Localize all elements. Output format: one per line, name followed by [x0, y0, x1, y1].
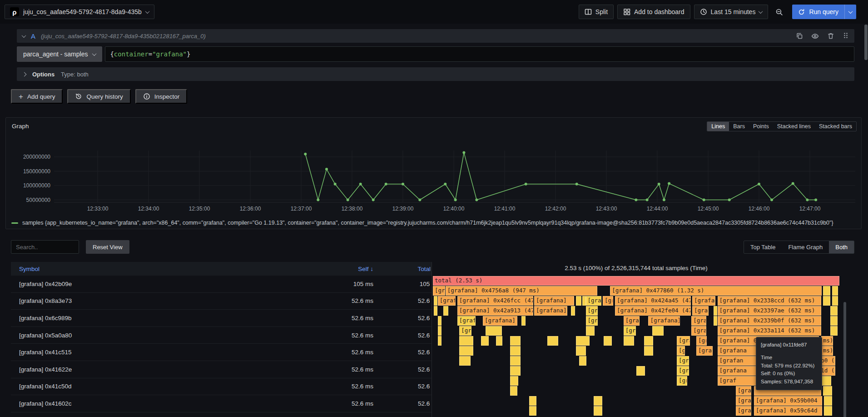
- flame-block[interactable]: [714, 306, 717, 316]
- flame-block[interactable]: [graf: [677, 366, 689, 376]
- flame-scrollbar[interactable]: [843, 302, 846, 417]
- view-option-flame-graph[interactable]: Flame Graph: [782, 241, 829, 253]
- table-row[interactable]: [grafana] 0x6c989b52.6 ms52.6 ms: [11, 310, 432, 327]
- query-expression-input[interactable]: {container="grafana"}: [105, 46, 854, 62]
- graph-mode-stacked-bars[interactable]: Stacked bars: [815, 122, 856, 131]
- flame-block[interactable]: [graf: [691, 326, 706, 336]
- flame-block[interactable]: [459, 346, 473, 356]
- flame-block[interactable]: [443, 306, 448, 316]
- page-scrollbar[interactable]: [864, 0, 868, 417]
- flame-block[interactable]: [graf: [736, 386, 751, 396]
- add-to-dashboard-button[interactable]: Add to dashboard: [617, 5, 690, 19]
- flame-block[interactable]: [510, 386, 517, 396]
- flame-block[interactable]: [grafana] 0x23397ae (632 ms): [718, 306, 821, 316]
- datasource-picker[interactable]: ρ juju_cos_aafae549-5792-4817-8da9-435b: [5, 5, 154, 19]
- graph-mode-points[interactable]: Points: [749, 122, 773, 131]
- flame-block[interactable]: [510, 336, 521, 346]
- flame-block[interactable]: [604, 336, 612, 346]
- flame-block[interactable]: [576, 346, 586, 356]
- flame-block[interactable]: [graf: [624, 316, 640, 326]
- column-header-symbol[interactable]: Symbol: [11, 266, 301, 272]
- flame-block[interactable]: [graf: [457, 316, 476, 326]
- table-row[interactable]: [grafana] 0x41622e52.6 ms52.6 ms: [11, 361, 432, 378]
- flame-block[interactable]: [576, 296, 581, 306]
- flame-block[interactable]: [652, 326, 664, 336]
- table-row[interactable]: [grafana] 0x41602c52.6 ms52.6 ms: [11, 395, 432, 412]
- flame-block[interactable]: [576, 336, 590, 346]
- flame-block[interactable]: [459, 336, 473, 346]
- graph-mode-lines[interactable]: Lines: [707, 122, 729, 131]
- table-row[interactable]: [grafana] 0x41c50d52.6 ms52.6 ms: [11, 378, 432, 396]
- flame-block[interactable]: ms): [821, 336, 833, 346]
- reset-view-button[interactable]: Reset View: [86, 240, 129, 254]
- drag-handle-icon[interactable]: [843, 32, 849, 40]
- delete-query-trash-icon[interactable]: [827, 32, 834, 40]
- flame-block[interactable]: [graf: [438, 296, 456, 306]
- flame-block[interactable]: [594, 396, 603, 406]
- flame-block[interactable]: [graf: [603, 296, 613, 306]
- flame-block[interactable]: [824, 396, 832, 406]
- flame-block[interactable]: [830, 316, 838, 326]
- time-range-picker[interactable]: Last 15 minutes: [694, 5, 769, 19]
- flame-block[interactable]: [438, 316, 441, 326]
- search-input[interactable]: [11, 240, 79, 254]
- collapse-query-icon[interactable]: [22, 33, 26, 38]
- duplicate-query-icon[interactable]: [796, 32, 803, 40]
- flame-block[interactable]: [644, 336, 653, 346]
- page-scrollbar-thumb[interactable]: [864, 25, 868, 60]
- inspector-button[interactable]: Inspector: [135, 89, 188, 104]
- flame-block[interactable]: [graf: [696, 346, 713, 356]
- flame-block[interactable]: [graf: [736, 406, 751, 416]
- flame-block[interactable]: [grafana]: [534, 306, 567, 316]
- flame-block[interactable]: [grafana] 0x477860 (1.32 s): [610, 286, 821, 296]
- flame-block[interactable]: [823, 296, 830, 306]
- flame-block[interactable]: total (2.53 s): [433, 276, 839, 286]
- flame-block[interactable]: [graf: [677, 336, 690, 346]
- flame-block[interactable]: [434, 306, 437, 316]
- flame-block[interactable]: [438, 326, 441, 336]
- flame-block[interactable]: [grafana] 0x59b004 (4: [754, 396, 822, 406]
- flame-block[interactable]: [579, 356, 586, 366]
- flame-block[interactable]: [459, 356, 471, 366]
- legend-item[interactable]: samples {app_kubernetes_io_name="grafana…: [11, 220, 858, 226]
- flame-block[interactable]: [gr: [677, 376, 687, 386]
- flame-block[interactable]: [529, 406, 536, 416]
- flame-block[interactable]: [529, 396, 536, 406]
- table-row[interactable]: [grafana] 0x5a0a8052.6 ms52.6 ms: [11, 327, 432, 344]
- flame-block[interactable]: [gr: [696, 336, 707, 346]
- time-series-chart[interactable]: 5000000010000000015000000020000000012:33…: [7, 147, 860, 217]
- profile-type-select[interactable]: parca_agent - samples: [17, 46, 102, 62]
- flame-block[interactable]: [graf: [736, 396, 751, 406]
- flame-block[interactable]: [832, 286, 838, 296]
- query-history-button[interactable]: Query history: [67, 89, 130, 104]
- flame-block[interactable]: [594, 406, 603, 416]
- flame-block[interactable]: [510, 376, 518, 386]
- table-row[interactable]: [grafana] 0x41c51552.6 ms52.6 ms: [11, 344, 432, 361]
- flame-block[interactable]: [grafana: [692, 296, 715, 306]
- run-query-button[interactable]: Run query: [792, 5, 856, 19]
- flame-block[interactable]: [graf: [691, 316, 706, 326]
- flame-block[interactable]: [graf: [459, 326, 471, 336]
- flame-block[interactable]: [grafana]: [648, 316, 680, 326]
- flame-block[interactable]: [510, 346, 521, 356]
- flame-block[interactable]: [grafana] 0x42a913 (474: [457, 306, 533, 316]
- flame-block[interactable]: [624, 336, 634, 346]
- query-options-expander[interactable]: Options Type: both: [17, 67, 854, 81]
- flame-block[interactable]: [grafana] 0x42fe04 (474: [615, 306, 691, 316]
- flame-block[interactable]: [481, 336, 489, 346]
- flame-block[interactable]: [586, 326, 595, 336]
- graph-mode-stacked-lines[interactable]: Stacked lines: [773, 122, 815, 131]
- run-query-dropdown[interactable]: [844, 5, 856, 19]
- column-header-total[interactable]: Total: [373, 266, 432, 272]
- table-row[interactable]: [grafana] 0x42b09e105 ms105 ms: [11, 276, 432, 293]
- flame-block[interactable]: [grafana] 0x426fcc (474: [457, 296, 533, 306]
- flame-block[interactable]: [graf: [586, 296, 601, 306]
- flame-block[interactable]: [496, 336, 502, 346]
- flame-block[interactable]: [521, 316, 526, 326]
- flame-block[interactable]: [gr: [677, 346, 685, 356]
- flame-block[interactable]: [graf: [624, 326, 636, 336]
- flame-block[interactable]: [grafana] 0x233a114 (632 ms): [718, 326, 821, 336]
- disable-query-eye-icon[interactable]: [811, 32, 819, 40]
- flame-block[interactable]: [graf: [692, 306, 709, 316]
- flame-block[interactable]: [510, 366, 521, 376]
